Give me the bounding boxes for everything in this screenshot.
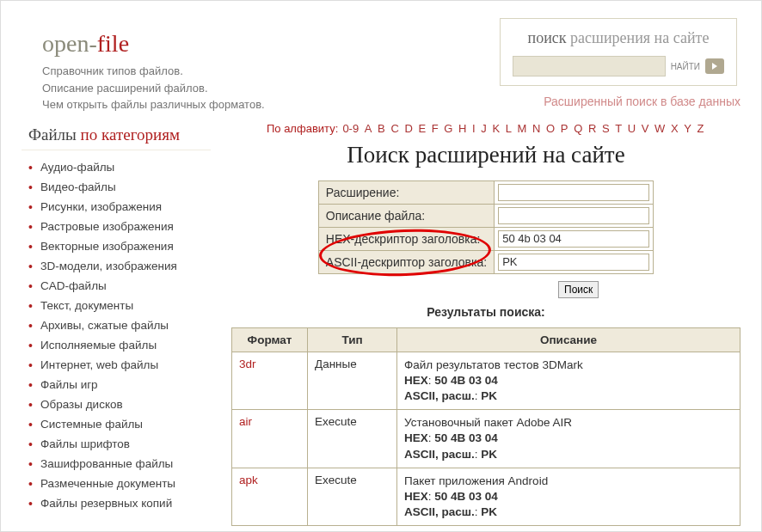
result-format[interactable]: apk	[232, 468, 308, 526]
main-content: По алфавиту: 0-9 A B C D E F G H I J K L…	[231, 122, 740, 527]
sidebar-item[interactable]: Размеченные документы	[28, 474, 211, 493]
alpha-letter-link[interactable]: C	[390, 122, 398, 135]
col-description: Описание	[397, 327, 740, 352]
sidebar-item[interactable]: Растровые изображения	[28, 217, 211, 236]
sidebar-item[interactable]: Рисунки, изображения	[28, 197, 211, 217]
sidebar-item[interactable]: Системные файлы	[28, 414, 211, 434]
results-heading: Результаты поиска:	[231, 305, 740, 319]
site-logo[interactable]: open-file	[42, 30, 265, 58]
sidebar-item[interactable]: Векторные изображения	[28, 236, 211, 256]
form-label-description: Описание файла:	[318, 204, 494, 227]
sidebar-item[interactable]: Образы дисков	[28, 394, 211, 414]
sidebar-item[interactable]: Аудио-файлы	[28, 157, 211, 177]
alpha-letter-link[interactable]: D	[404, 122, 412, 135]
alpha-letter-link[interactable]: N	[532, 122, 540, 135]
sidebar-list: Аудио-файлыВидео-файлыРисунки, изображен…	[22, 157, 211, 513]
alpha-letter-link[interactable]: R	[588, 122, 596, 135]
sidebar: Файлы по категориям Аудио-файлыВидео-фай…	[22, 122, 211, 527]
alpha-letter-link[interactable]: Q	[574, 122, 582, 135]
alpha-letter-link[interactable]: G	[444, 122, 452, 135]
sidebar-title-part2: по категориям	[81, 125, 180, 144]
form-label-extension: Расширение:	[318, 180, 494, 204]
alpha-letter-link[interactable]: V	[642, 122, 649, 135]
sidebar-item[interactable]: Файлы игр	[28, 375, 211, 394]
alpha-letter-link[interactable]: W	[654, 122, 665, 135]
search-go-button[interactable]	[705, 58, 724, 74]
result-format[interactable]: 3dr	[232, 352, 308, 410]
alpha-letter-link[interactable]: E	[418, 122, 426, 135]
result-description: Пакет приложения AndroidHEX: 50 4B 03 04…	[397, 468, 740, 526]
sidebar-title-part1: Файлы	[28, 125, 81, 144]
sidebar-item[interactable]: Файлы резервных копий	[28, 493, 211, 513]
result-format[interactable]: air	[232, 410, 308, 468]
table-row: apkExecuteПакет приложения AndroidHEX: 5…	[232, 468, 740, 526]
search-submit-button[interactable]: Поиск	[558, 281, 599, 298]
result-type: Данные	[308, 352, 397, 410]
alpha-letter-link[interactable]: B	[378, 122, 385, 135]
brand-block: open-file Справочник типов файлов. Описа…	[22, 18, 265, 113]
play-icon	[711, 63, 718, 70]
sidebar-item[interactable]: Файлы шрифтов	[28, 434, 211, 454]
tagline-line: Чем открыть файлы различных форматов.	[42, 96, 265, 113]
alpha-letter-link[interactable]: A	[365, 122, 372, 135]
page-heading: Поиск расширений на сайте	[231, 142, 740, 168]
alpha-letter-link[interactable]: I	[472, 122, 476, 135]
form-label-hex: HEX-дескриптор заголовка:	[318, 227, 494, 250]
result-description: Файл результатов тестов 3DMarkHEX: 50 4B…	[397, 352, 740, 410]
result-type: Execute	[308, 410, 397, 468]
alpha-letter-link[interactable]: T	[615, 122, 622, 135]
alpha-letter-link[interactable]: S	[602, 122, 610, 135]
search-title-rest: расширения на сайте	[567, 29, 710, 46]
sidebar-item[interactable]: 3D-модели, изображения	[28, 256, 211, 276]
ascii-descriptor-input[interactable]	[498, 254, 649, 271]
sidebar-item[interactable]: Интернет, web файлы	[28, 355, 211, 375]
sidebar-item[interactable]: Архивы, сжатые файлы	[28, 315, 211, 335]
alpha-letter-link[interactable]: U	[628, 122, 636, 135]
alpha-letter-link[interactable]: 0-9	[342, 122, 359, 135]
hex-descriptor-input[interactable]	[498, 230, 649, 248]
sidebar-item[interactable]: Исполняемые файлы	[28, 335, 211, 355]
description-input[interactable]	[498, 207, 649, 224]
sidebar-item[interactable]: Видео-файлы	[28, 177, 211, 197]
alpha-letter-link[interactable]: Y	[684, 122, 691, 135]
logo-part1: open-	[42, 30, 97, 57]
site-search-box: поиск расширения на сайте НАЙТИ	[500, 18, 737, 86]
tagline: Справочник типов файлов. Описание расшир…	[42, 63, 265, 113]
alpha-letter-link[interactable]: H	[458, 122, 466, 135]
alpha-letter-link[interactable]: L	[506, 122, 512, 135]
table-row: airExecuteУстановочный пакет Adobe AIRHE…	[232, 410, 740, 468]
site-search-input[interactable]	[513, 56, 666, 76]
alpha-letter-link[interactable]: Z	[697, 122, 704, 135]
alpha-letter-link[interactable]: F	[432, 122, 439, 135]
alphabet-label: По алфавиту:	[267, 122, 338, 135]
alphabet-nav: По алфавиту: 0-9 A B C D E F G H I J K L…	[231, 122, 740, 135]
table-row: 3drДанныеФайл результатов тестов 3DMarkH…	[232, 352, 740, 410]
sidebar-item[interactable]: Зашифрованные файлы	[28, 454, 211, 474]
search-box-title: поиск расширения на сайте	[513, 29, 724, 47]
advanced-search-link[interactable]: Расширенный поиск в базе данных	[500, 95, 740, 108]
alpha-letter-link[interactable]: K	[492, 122, 500, 135]
result-description: Установочный пакет Adobe AIRHEX: 50 4B 0…	[397, 410, 740, 468]
extension-input[interactable]	[498, 184, 649, 201]
results-table: Формат Тип Описание 3drДанныеФайл резуль…	[231, 327, 740, 527]
tagline-line: Справочник типов файлов.	[42, 63, 265, 80]
col-type: Тип	[308, 327, 397, 352]
alpha-letter-link[interactable]: P	[561, 122, 568, 135]
sidebar-title: Файлы по категориям	[22, 122, 211, 150]
sidebar-item[interactable]: Текст, документы	[28, 296, 211, 315]
form-label-ascii: ASCII-дескриптор заголовка:	[318, 250, 494, 273]
sidebar-item[interactable]: CAD-файлы	[28, 276, 211, 296]
alpha-letter-link[interactable]: M	[518, 122, 527, 135]
find-label: НАЙТИ	[671, 62, 700, 71]
col-format: Формат	[232, 327, 308, 352]
alpha-letter-link[interactable]: O	[546, 122, 555, 135]
result-type: Execute	[308, 468, 397, 526]
alpha-letter-link[interactable]: J	[481, 122, 487, 135]
search-form-table: Расширение: Описание файла: HEX-дескрипт…	[318, 180, 654, 274]
logo-part2: file	[97, 30, 129, 57]
alpha-letter-link[interactable]: X	[671, 122, 679, 135]
search-title-bold: поиск	[528, 29, 567, 46]
tagline-line: Описание расширений файлов.	[42, 80, 265, 97]
